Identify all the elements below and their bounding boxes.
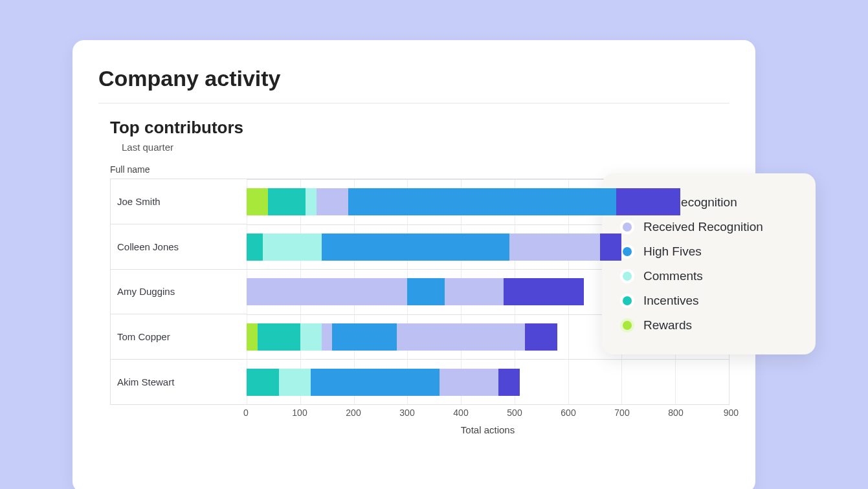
contributor-name: Colleen Jones (111, 224, 247, 269)
bar-stack (247, 369, 729, 396)
xaxis-tick-label: 600 (561, 408, 576, 418)
bar-segment (247, 234, 263, 261)
contributor-name: Tom Copper (111, 314, 247, 359)
bar-segment (317, 188, 349, 215)
bar-segment (263, 234, 322, 261)
bar-segment (525, 323, 557, 351)
bar-segment (322, 323, 333, 351)
chart-subtitle: Last quarter (122, 142, 729, 153)
bar-segment (332, 323, 396, 351)
chart-title: Top contributors (110, 118, 729, 138)
bar-segment (445, 278, 504, 305)
bar-segment (300, 323, 322, 351)
bar-stack (247, 323, 729, 351)
xaxis-tick-label: 300 (399, 408, 415, 418)
bar-stack (247, 278, 729, 305)
bar-segment (498, 369, 520, 396)
xaxis-tick-label: 500 (507, 408, 522, 418)
bar-segment (600, 234, 621, 261)
chart-names-column: Joe SmithColleen JonesAmy DugginsTom Cop… (111, 179, 247, 404)
xaxis-tick-label: 200 (346, 408, 361, 418)
contributor-name: Amy Duggins (111, 269, 247, 314)
bar-segment (348, 188, 616, 215)
contributor-name: Joe Smith (111, 179, 247, 224)
bar-segment (322, 234, 509, 261)
bar-row (247, 359, 729, 404)
bar-segment (247, 323, 258, 351)
chart-bars-column (247, 179, 729, 404)
contributor-name: Akim Stewart (111, 359, 247, 404)
xaxis-label: Total actions (246, 424, 729, 435)
xaxis-tick-label: 400 (453, 408, 469, 418)
bar-segment (247, 188, 268, 215)
card-title: Company activity (98, 66, 729, 103)
bar-segment (509, 234, 601, 261)
xaxis-tick-label: 100 (292, 408, 307, 418)
xaxis-tick-label: 900 (724, 408, 739, 418)
bar-segment (306, 188, 317, 215)
xaxis-tick-label: 800 (668, 408, 684, 418)
bar-segment (247, 278, 407, 305)
bar-stack (247, 234, 729, 261)
bar-segment (279, 369, 311, 396)
xaxis-tick-label: 700 (614, 408, 630, 418)
bar-segment (311, 369, 440, 396)
bar-segment (407, 278, 445, 305)
legend-swatch (623, 223, 632, 232)
bar-segment (397, 323, 526, 351)
bar-segment (258, 323, 300, 351)
legend-swatch-ring (620, 220, 634, 234)
bar-segment (616, 188, 680, 215)
xaxis-tick-cell: 800900 (676, 405, 729, 420)
bar-segment (440, 369, 498, 396)
xaxis-tick-label: 0 (238, 408, 254, 418)
chart-plot: Joe SmithColleen JonesAmy DugginsTom Cop… (110, 179, 729, 405)
bar-segment (247, 369, 279, 396)
bar-segment (268, 188, 306, 215)
xaxis-ticks: 0100200300400500600700800900 (246, 405, 729, 420)
bar-stack (247, 188, 729, 215)
legend-label: Received Recognition (643, 220, 763, 234)
bar-segment (504, 278, 584, 305)
